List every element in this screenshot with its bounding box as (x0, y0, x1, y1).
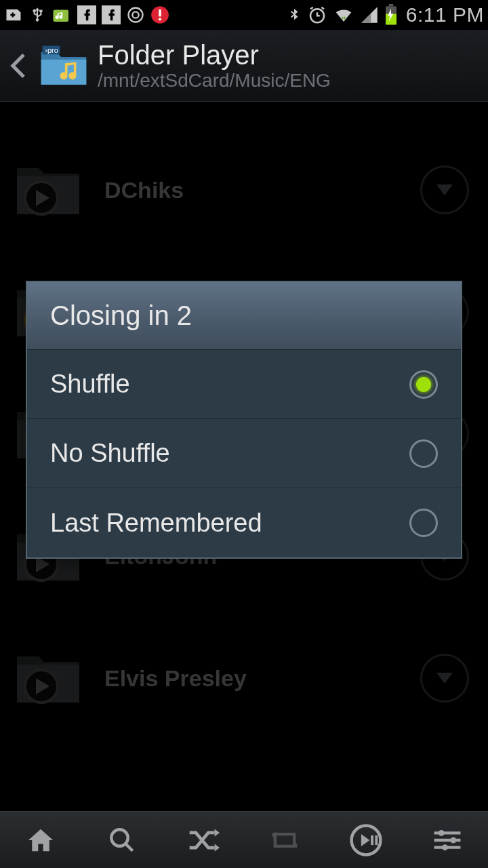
clock-text: 6:11 PM (406, 3, 484, 26)
play-pause-button[interactable] (344, 818, 388, 862)
music-note-icon (52, 5, 72, 25)
radio-selected-icon (409, 370, 438, 399)
battery-icon (384, 4, 398, 26)
app-title: Folder Player (98, 40, 331, 70)
svg-point-3 (129, 8, 143, 22)
signal-icon (360, 5, 379, 24)
svg-rect-7 (159, 18, 161, 21)
dialog-option-last-remembered[interactable]: Last Remembered (27, 488, 461, 557)
facebook-icon (77, 5, 96, 24)
facebook-icon (102, 5, 121, 24)
shuffle-dialog: Closing in 2 Shuffle No Shuffle Last Rem… (26, 281, 462, 559)
svg-text:›pro: ›pro (45, 46, 58, 54)
target-icon (126, 5, 145, 24)
usb-icon (28, 5, 46, 25)
radio-icon (409, 509, 438, 537)
dialog-option-label: Shuffle (50, 370, 409, 399)
status-bar: 6:11 PM (0, 0, 488, 30)
dialog-option-shuffle[interactable]: Shuffle (27, 350, 461, 419)
search-button[interactable] (100, 818, 144, 862)
svg-point-4 (132, 12, 138, 18)
dialog-option-label: Last Remembered (50, 509, 409, 538)
radio-icon (409, 439, 438, 468)
equalizer-button[interactable] (426, 818, 469, 862)
svg-point-26 (450, 837, 456, 843)
svg-point-21 (111, 829, 128, 846)
alert-icon (150, 5, 169, 24)
bluetooth-icon (287, 5, 302, 25)
bottom-bar (0, 811, 488, 868)
home-button[interactable] (19, 818, 62, 862)
repeat-button[interactable] (263, 818, 306, 862)
svg-rect-6 (159, 9, 161, 17)
dialog-option-no-shuffle[interactable]: No Shuffle (27, 419, 461, 488)
dialog-option-label: No Shuffle (50, 439, 409, 468)
shuffle-button[interactable] (182, 818, 225, 862)
content-area: DChiks (1\78) Playing: (0, 102, 488, 811)
svg-rect-24 (375, 835, 378, 844)
svg-rect-23 (371, 835, 373, 844)
app-icon: ›pro (37, 39, 91, 93)
new-tab-icon (4, 5, 23, 24)
svg-rect-10 (389, 4, 393, 6)
alarm-icon (307, 5, 327, 25)
dialog-title: Closing in 2 (27, 282, 461, 350)
svg-point-25 (439, 829, 445, 835)
back-button[interactable] (5, 54, 30, 78)
app-header: ›pro Folder Player /mnt/extSdCard/Music/… (0, 30, 488, 102)
app-path: /mnt/extSdCard/Music/ENG (98, 70, 331, 92)
wifi-icon (333, 5, 354, 25)
svg-point-27 (442, 844, 448, 850)
